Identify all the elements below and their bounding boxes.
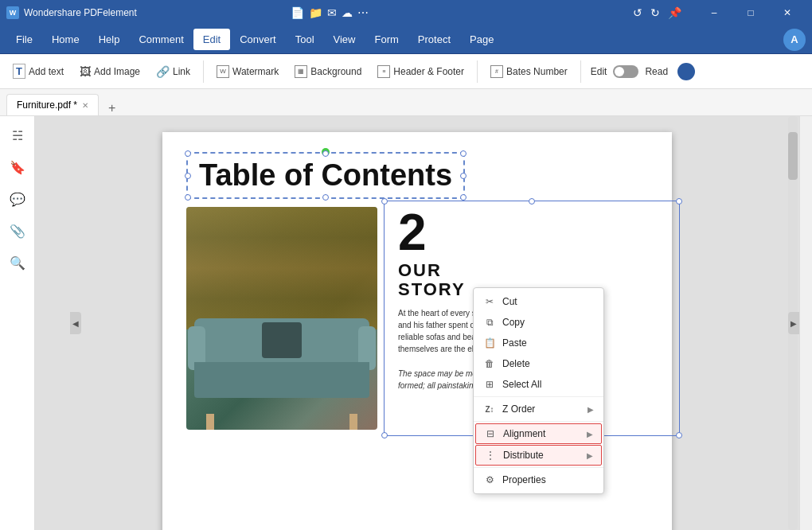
image-icon: 🖼	[80, 65, 91, 78]
add-text-button[interactable]: T Add text	[6, 60, 70, 82]
select-all-icon: ⊞	[483, 378, 496, 391]
cloud-icon[interactable]: ☁	[342, 6, 353, 19]
undo-icon[interactable]: ↺	[633, 6, 642, 19]
box-handle-tr[interactable]	[676, 198, 682, 205]
zorder-icon: Z↕	[483, 403, 496, 415]
watermark-button[interactable]: W Watermark	[210, 62, 285, 81]
sidebar-bookmark-icon[interactable]: 🔖	[5, 154, 30, 180]
handle-bm[interactable]	[322, 194, 329, 201]
menu-divider-2	[474, 421, 603, 422]
handle-tm[interactable]	[322, 150, 329, 157]
distribute-arrow: ▶	[587, 451, 593, 460]
sofa-leg-right	[349, 414, 357, 430]
background-button[interactable]: ▦ Background	[288, 62, 368, 81]
header-footer-button[interactable]: ≡ Header & Footer	[371, 62, 470, 81]
file-icon[interactable]: 📄	[291, 6, 304, 19]
toc-selection-border: Table of Contents	[186, 152, 465, 199]
email-icon[interactable]: ✉	[327, 6, 337, 19]
menu-file[interactable]: File	[6, 29, 42, 50]
scissors-icon: ✂	[483, 295, 496, 308]
link-button[interactable]: 🔗 Link	[150, 62, 197, 81]
mode-indicator	[677, 63, 695, 80]
distribute-icon: ⋮	[484, 449, 497, 462]
box-handle-tl[interactable]	[381, 198, 388, 205]
close-button[interactable]: ✕	[769, 0, 806, 25]
minimize-button[interactable]: –	[696, 0, 732, 25]
handle-tl[interactable]	[185, 150, 191, 157]
context-menu-copy[interactable]: ⧉ Copy	[474, 312, 603, 333]
edit-read-toggle[interactable]	[613, 65, 638, 78]
handle-tr[interactable]	[460, 150, 467, 157]
header-footer-icon: ≡	[377, 65, 390, 78]
handle-mr[interactable]	[460, 173, 467, 179]
menu-divider-3	[474, 467, 603, 468]
collapse-right-button[interactable]: ▶	[788, 312, 799, 334]
folder-icon[interactable]: 📁	[309, 6, 322, 19]
toolbar: T Add text 🖼 Add Image 🔗 Link W Watermar…	[0, 54, 812, 89]
scrollbar-thumb[interactable]	[788, 132, 798, 180]
add-image-button[interactable]: 🖼 Add Image	[73, 62, 146, 81]
handle-bl[interactable]	[185, 194, 191, 201]
menu-view[interactable]: View	[324, 29, 365, 50]
box-handle-tm[interactable]	[529, 198, 535, 205]
menu-icon[interactable]: ⋯	[357, 6, 369, 19]
bates-number-button[interactable]: # Bates Number	[484, 62, 574, 81]
properties-icon: ⚙	[483, 473, 496, 486]
app-icon: W	[6, 6, 19, 19]
window-controls: – □ ✕	[696, 0, 806, 25]
menu-form[interactable]: Form	[365, 29, 408, 50]
context-menu: ✂ Cut ⧉ Copy 📋 Paste 🗑 Delete ⊞ Sele	[473, 287, 604, 494]
toc-heading: Table of Contents	[199, 158, 452, 193]
right-panel	[799, 116, 812, 530]
box-handle-br[interactable]	[676, 432, 682, 438]
menu-edit[interactable]: Edit	[193, 29, 230, 50]
sidebar-layers-icon[interactable]: ☵	[5, 123, 30, 148]
menu-home[interactable]: Home	[42, 29, 89, 50]
handle-ml[interactable]	[185, 173, 191, 179]
background-icon: ▦	[295, 65, 307, 78]
sidebar-search-icon[interactable]: 🔍	[5, 250, 30, 275]
context-menu-paste[interactable]: 📋 Paste	[474, 333, 603, 353]
menu-comment[interactable]: Comment	[129, 29, 193, 50]
maximize-button[interactable]: □	[732, 0, 769, 25]
zorder-arrow: ▶	[588, 405, 594, 414]
toggle-thumb	[615, 67, 624, 76]
context-menu-delete[interactable]: 🗑 Delete	[474, 353, 603, 374]
sofa-leg-left	[206, 414, 214, 430]
handle-br[interactable]	[460, 194, 467, 201]
context-menu-zorder[interactable]: Z↕ Z Order ▶	[474, 399, 603, 419]
menu-help[interactable]: Help	[89, 29, 130, 50]
wood-bg	[186, 207, 377, 329]
sofa-pillow	[262, 322, 302, 358]
sofa-image	[186, 207, 377, 430]
watermark-icon: W	[217, 65, 229, 78]
new-tab-button[interactable]: +	[102, 101, 122, 115]
menu-tool[interactable]: Tool	[286, 29, 324, 50]
menu-convert[interactable]: Convert	[230, 29, 286, 50]
redo-icon[interactable]: ↻	[650, 6, 660, 19]
profile-button[interactable]: A	[783, 29, 806, 51]
sidebar-comment-icon[interactable]: 💬	[5, 186, 30, 212]
divider-1	[203, 60, 204, 83]
divider-2	[477, 60, 478, 83]
main-area: ☵ 🔖 💬 📎 🔍 ◀ Table of Contents	[0, 116, 812, 530]
menu-bar: File Home Help Comment Edit Convert Tool…	[0, 25, 812, 54]
collapse-left-button[interactable]: ◀	[70, 312, 81, 334]
context-menu-properties[interactable]: ⚙ Properties	[474, 470, 603, 490]
box-handle-bl[interactable]	[381, 432, 388, 438]
menu-page[interactable]: Page	[460, 29, 503, 50]
context-menu-distribute[interactable]: ⋮ Distribute ▶	[475, 445, 602, 466]
paste-icon: 📋	[483, 337, 496, 349]
menu-protect[interactable]: Protect	[408, 29, 460, 50]
context-menu-select-all[interactable]: ⊞ Select All	[474, 374, 603, 395]
sofa-shape	[194, 318, 369, 414]
tab-furniture-pdf[interactable]: Furniture.pdf * ✕	[6, 94, 99, 115]
context-menu-cut[interactable]: ✂ Cut	[474, 291, 603, 312]
tab-close-button[interactable]: ✕	[82, 101, 88, 110]
alignment-icon: ⊟	[484, 427, 497, 440]
chapter-title-line1: OUR	[398, 261, 656, 280]
pin-icon[interactable]: 📌	[668, 6, 681, 19]
sidebar-clip-icon[interactable]: 📎	[5, 218, 30, 244]
tab-label: Furniture.pdf *	[17, 99, 77, 111]
context-menu-alignment[interactable]: ⊟ Alignment ▶	[475, 423, 602, 444]
